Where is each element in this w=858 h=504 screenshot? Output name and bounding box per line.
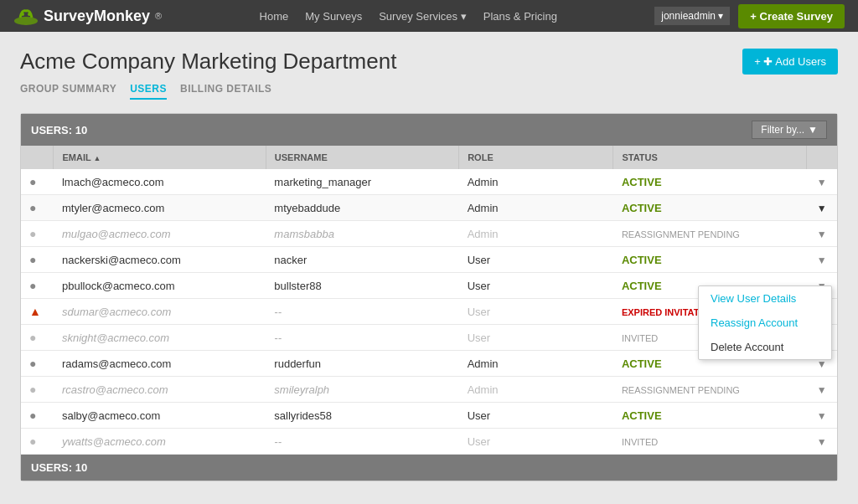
email-cell: radams@acmeco.com — [54, 351, 266, 377]
status-cell: INVITED — [613, 429, 806, 455]
main-nav-links: Home My Surveys Survey Services ▾ Plans … — [253, 8, 564, 24]
svg-point-1 — [21, 13, 24, 16]
email-cell: lmach@acmeco.com — [54, 169, 266, 195]
row-actions-cell[interactable]: ▼ — [806, 377, 837, 403]
col-username: USERNAME — [266, 146, 458, 169]
user-icon-cell: ● — [21, 325, 54, 351]
user-icon-cell: ● — [21, 351, 54, 377]
page-header: Acme Company Marketing Department + ✚ Ad… — [20, 49, 838, 75]
tabs-bar: GROUP SUMMARY USERS BILLING DETAILS — [20, 83, 838, 100]
row-actions-cell[interactable]: ▼ — [806, 429, 837, 455]
email-cell: sdumar@acmeco.com — [54, 299, 266, 325]
tab-billing-details[interactable]: BILLING DETAILS — [180, 83, 271, 100]
context-menu-delete-account[interactable]: Delete Account — [699, 335, 831, 359]
username-cell: bullster88 — [266, 273, 458, 299]
nav-home[interactable]: Home — [253, 8, 296, 24]
table-row: ● lmach@acmeco.com marketing_manager Adm… — [21, 169, 837, 195]
user-icon: ● — [29, 201, 36, 214]
status-badge: ACTIVE — [622, 202, 662, 214]
row-dropdown-arrow[interactable]: ▼ — [817, 384, 827, 396]
context-menu: View User Details Reassign Account Delet… — [698, 285, 832, 360]
user-icon-cell: ● — [21, 247, 54, 273]
svg-point-0 — [14, 17, 38, 25]
tab-group-summary[interactable]: GROUP SUMMARY — [20, 83, 116, 100]
user-icon-cell: ▲ — [21, 299, 54, 325]
table-header-bar: USERS: 10 Filter by... ▼ — [21, 114, 837, 146]
user-icon-faded: ● — [29, 435, 36, 448]
status-badge: ACTIVE — [622, 409, 662, 422]
tab-users[interactable]: USERS — [130, 83, 167, 100]
role-cell: Admin — [459, 351, 613, 377]
username-cell: rudderfun — [266, 351, 458, 377]
role-cell: User — [459, 325, 613, 351]
row-actions-cell[interactable]: ▼ — [806, 221, 837, 247]
nav-my-surveys[interactable]: My Surveys — [298, 8, 369, 24]
table-row: ● nackerski@acmeco.com nacker User ACTIV… — [21, 247, 837, 273]
row-dropdown-arrow[interactable]: ▼ — [817, 436, 827, 448]
status-cell: ACTIVE — [613, 195, 806, 221]
context-menu-reassign-account[interactable]: Reassign Account — [699, 311, 831, 335]
email-cell: rcastro@acmeco.com — [54, 377, 266, 403]
add-users-button[interactable]: + ✚ Add Users — [742, 49, 838, 75]
context-menu-view-user-details[interactable]: View User Details — [699, 286, 831, 311]
status-badge: INVITED — [622, 333, 658, 343]
status-badge: ACTIVE — [622, 280, 662, 292]
col-email[interactable]: EMAIL ▲ — [54, 146, 266, 169]
user-icon: ● — [29, 357, 36, 370]
user-dropdown[interactable]: jonnieadmin ▾ — [654, 7, 730, 25]
row-actions-cell[interactable]: ▼ — [806, 403, 837, 429]
user-icon: ● — [29, 175, 36, 188]
row-dropdown-arrow[interactable]: ▼ — [817, 177, 827, 188]
table-footer-bar: USERS: 10 — [21, 455, 837, 481]
svg-point-2 — [28, 13, 31, 16]
page-title: Acme Company Marketing Department — [20, 49, 396, 75]
logo-icon — [13, 6, 39, 26]
row-dropdown-arrow[interactable]: ▼ — [817, 410, 827, 422]
username-cell: -- — [266, 325, 458, 351]
row-dropdown-arrow[interactable]: ▼ — [817, 203, 827, 214]
row-actions-cell[interactable]: ▼ — [806, 169, 837, 195]
status-cell: REASSIGNMENT PENDING — [613, 377, 806, 403]
user-icon-faded: ● — [29, 331, 36, 344]
row-dropdown-arrow[interactable]: ▼ — [817, 255, 827, 266]
email-cell: nackerski@acmeco.com — [54, 247, 266, 273]
row-dropdown-arrow[interactable]: ▼ — [817, 229, 827, 240]
username-cell: -- — [266, 299, 458, 325]
role-cell: User — [459, 403, 613, 429]
app-name: SurveyMonkey — [44, 8, 150, 25]
user-icon: ● — [29, 279, 36, 292]
status-badge: ACTIVE — [622, 176, 662, 188]
col-icon — [21, 146, 54, 169]
username-cell: -- — [266, 429, 458, 455]
user-icon: ● — [29, 409, 36, 422]
user-icon-cell: ● — [21, 403, 54, 429]
status-cell: ACTIVE — [613, 403, 806, 429]
email-cell: mtyler@acmeco.com — [54, 195, 266, 221]
user-icon-cell: ● — [21, 169, 54, 195]
users-table-container: USERS: 10 Filter by... ▼ EMAIL ▲ USERNAM… — [20, 113, 838, 481]
nav-survey-services[interactable]: Survey Services ▾ — [372, 8, 473, 24]
col-status: STATUS — [613, 146, 806, 169]
status-cell: ACTIVE — [613, 247, 806, 273]
nav-plans-pricing[interactable]: Plans & Pricing — [477, 8, 564, 24]
email-cell: ywatts@acmeco.com — [54, 429, 266, 455]
filter-button[interactable]: Filter by... ▼ — [752, 121, 827, 139]
create-survey-button[interactable]: + Create Survey — [738, 4, 845, 28]
user-icon-cell: ● — [21, 429, 54, 455]
user-icon-faded: ● — [29, 383, 36, 396]
table-row: ● mtyler@acmeco.com mtyebaddude Admin AC… — [21, 195, 837, 221]
table-row: ● rcastro@acmeco.com smileyralph Admin R… — [21, 377, 837, 403]
email-cell: mulgao@acmeco.com — [54, 221, 266, 247]
username-cell: mamsbabba — [266, 221, 458, 247]
row-actions-cell[interactable]: ▼ — [806, 247, 837, 273]
users-count-footer: USERS: 10 — [31, 461, 87, 474]
role-cell: User — [459, 299, 613, 325]
username-cell: smileyralph — [266, 377, 458, 403]
username-cell: nacker — [266, 247, 458, 273]
role-cell: User — [459, 273, 613, 299]
users-count-label: USERS: 10 — [31, 124, 87, 136]
main-content: Acme Company Marketing Department + ✚ Ad… — [0, 32, 858, 498]
chevron-down-icon: ▼ — [808, 124, 818, 136]
row-actions-cell[interactable]: ▼ — [806, 195, 837, 221]
user-icon-faded: ● — [29, 227, 36, 240]
